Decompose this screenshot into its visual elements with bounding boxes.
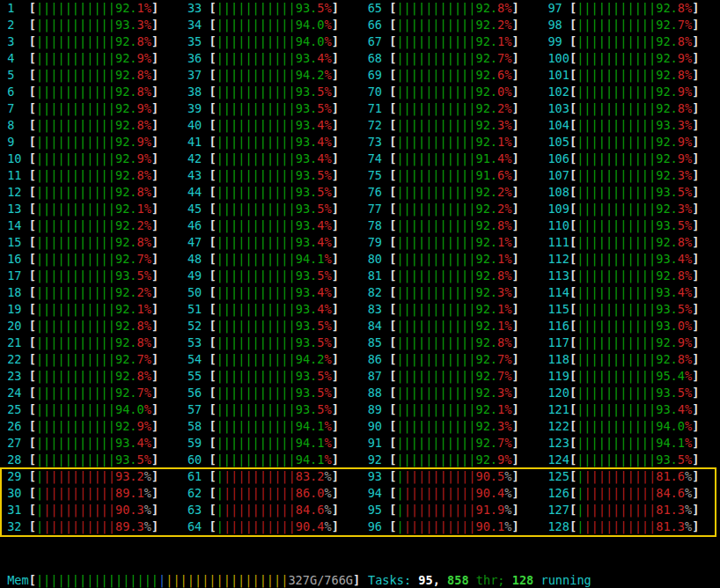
cpu-meter: 41 [|||||||||||93.4%]: [180, 134, 361, 151]
cpu-meter: 21 [|||||||||||92.8%]: [0, 334, 180, 351]
bar-close-bracket: ]: [511, 519, 518, 533]
cpu-id: 90: [361, 419, 390, 433]
cpu-meter: 102[|||||||||||92.9%]: [540, 84, 720, 100]
cpu-id: 78: [361, 218, 390, 232]
bar-close-bracket: ]: [692, 268, 699, 283]
cpu-meter: 121[|||||||||||93.4%]: [540, 401, 720, 418]
cpu-percent: 93.4%: [296, 135, 332, 149]
cpu-bar: |||||||||||: [396, 151, 475, 165]
bar-close-bracket: ]: [151, 218, 158, 232]
cpu-id: 105: [540, 135, 569, 149]
cpu-bar: |||||||||||: [577, 202, 656, 216]
bar-close-bracket: ]: [151, 235, 158, 249]
cpu-meter: 72 [|||||||||||92.3%]: [361, 117, 541, 134]
cpu-bar: |||||||||||: [217, 85, 296, 99]
cpu-percent: 94.2%: [296, 352, 332, 366]
cpu-id: 49: [180, 268, 209, 283]
bar-close-bracket: ]: [511, 168, 518, 182]
bar-close-bracket: ]: [692, 402, 699, 416]
cpu-percent: 92.7%: [115, 386, 151, 400]
cpu-bar: |||||||||||: [396, 85, 475, 99]
cpu-bar: |||||||||||: [217, 218, 296, 232]
cpu-meter: 83 [|||||||||||92.1%]: [361, 301, 541, 318]
cpu-percent: 94.1%: [296, 252, 332, 266]
bar-open-bracket: [: [209, 85, 217, 99]
bar-open-bracket: [: [209, 503, 217, 517]
cpu-bar: |||||||||||: [396, 285, 475, 299]
bar-close-bracket: ]: [511, 402, 518, 416]
cpu-bar: |||||||||||: [577, 369, 656, 383]
cpu-meter: 73 [|||||||||||92.1%]: [361, 134, 541, 151]
cpu-bar: |||||||||||: [217, 369, 296, 383]
cpu-meter: 123[|||||||||||94.1%]: [540, 435, 720, 452]
cpu-percent: 92.8%: [656, 101, 692, 115]
cpu-percent: 92.7%: [475, 436, 511, 450]
bar-close-bracket: ]: [511, 352, 518, 366]
cpu-bar: |||||||||||: [217, 419, 296, 433]
cpu-meter: 49 [|||||||||||93.5%]: [180, 268, 361, 284]
cpu-bar: |||||||||||: [396, 252, 475, 266]
bar-close-bracket: ]: [692, 51, 699, 65]
cpu-meter: 115[|||||||||||93.5%]: [540, 301, 720, 318]
bar-close-bracket: ]: [151, 1, 158, 15]
tasks-count: 95,: [418, 573, 447, 587]
bar-open-bracket: [: [29, 386, 36, 400]
bar-open-bracket: [: [569, 135, 577, 149]
cpu-percent: 92.9%: [656, 135, 692, 149]
cpu-bar: |||||||||||: [396, 436, 475, 450]
bar-open-bracket: [: [569, 352, 577, 366]
cpu-id: 79: [361, 235, 390, 249]
cpu-id: 116: [540, 319, 569, 333]
bar-open-bracket: [: [569, 235, 577, 249]
cpu-bar: |||||||||||: [577, 168, 656, 182]
cpu-percent: 92.8%: [115, 118, 151, 132]
cpu-meter: 4 [|||||||||||92.9%]: [0, 50, 180, 67]
cpu-bar: |||||||||||: [396, 503, 475, 517]
bar-close-bracket: ]: [332, 386, 339, 400]
cpu-id: 42: [180, 151, 209, 165]
cpu-percent: 92.6%: [475, 68, 511, 82]
cpu-meter: 57 [|||||||||||93.5%]: [180, 401, 361, 418]
cpu-percent: 93.4%: [296, 235, 332, 249]
status-section: Tasks: 95, 858 thr; 128 running Load ave…: [368, 539, 613, 588]
cpu-bar: |||||||||||: [577, 185, 656, 199]
cpu-meter: 120[|||||||||||93.5%]: [540, 385, 720, 401]
cpu-id: 104: [540, 118, 569, 132]
bar-open-bracket: [: [29, 168, 36, 182]
bar-close-bracket: ]: [332, 51, 339, 65]
cpu-bar: |||||||||||: [36, 369, 115, 383]
cpu-id: 21: [0, 335, 29, 349]
cpu-meter: 65 [|||||||||||92.8%]: [361, 0, 541, 17]
cpu-percent: 93.0%: [656, 319, 692, 333]
bar-close-bracket: ]: [332, 202, 339, 216]
cpu-column-3: 65 [|||||||||||92.8%] 66 [|||||||||||92.…: [361, 0, 541, 535]
bar-open-bracket: [: [29, 101, 36, 115]
bar-close-bracket: ]: [692, 302, 699, 316]
cpu-percent: 92.9%: [656, 151, 692, 165]
cpu-id: 95: [361, 503, 390, 517]
cpu-percent: 92.1%: [475, 135, 511, 149]
bar-close-bracket: ]: [692, 486, 699, 500]
cpu-id: 68: [361, 51, 390, 65]
bar-open-bracket: [: [569, 18, 577, 32]
cpu-meter: 95 [|||||||||||91.9%]: [361, 502, 541, 518]
cpu-bar: |||||||||||: [217, 319, 296, 333]
bar-close-bracket: ]: [692, 386, 699, 400]
cpu-percent: 84.6%: [656, 486, 692, 500]
bar-open-bracket: [: [209, 218, 217, 232]
cpu-meter: 69 [|||||||||||92.6%]: [361, 67, 541, 84]
cpu-percent: 92.1%: [475, 402, 511, 416]
cpu-meter: 48 [|||||||||||94.1%]: [180, 251, 361, 268]
cpu-percent: 92.8%: [656, 34, 692, 48]
cpu-meter: 50 [|||||||||||93.4%]: [180, 284, 361, 301]
cpu-meter: 70 [|||||||||||92.0%]: [361, 84, 541, 100]
cpu-meter: 105[|||||||||||92.9%]: [540, 134, 720, 151]
cpu-bar: |||||||||||: [217, 202, 296, 216]
bar-close-bracket: ]: [332, 352, 339, 366]
cpu-percent: 93.5%: [656, 302, 692, 316]
cpu-id: 103: [540, 101, 569, 115]
cpu-bar: |||||||||||: [396, 168, 475, 182]
cpu-percent: 92.8%: [475, 1, 511, 15]
cpu-id: 6: [0, 85, 29, 99]
bar-close-bracket: ]: [332, 185, 339, 199]
